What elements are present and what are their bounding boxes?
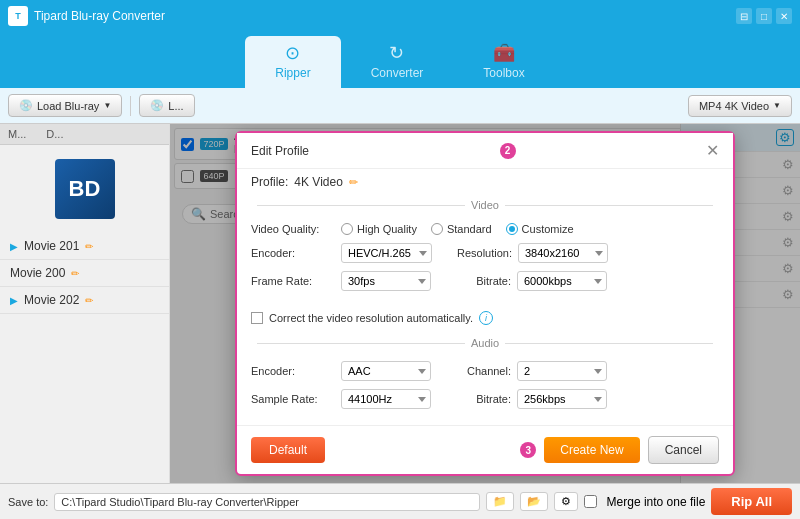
save-path-display: C:\Tipard Studio\Tipard Blu-ray Converte… [54, 493, 479, 511]
app-title: Tipard Blu-ray Converter [34, 9, 736, 23]
profile-line-label: Profile: [251, 175, 288, 189]
toolbar: 💿 Load Blu-ray ▼ 💿 L... MP4 4K Video ▼ [0, 88, 800, 124]
encoder-select[interactable]: HEVC/H.265 [341, 243, 432, 263]
framerate-select[interactable]: 30fps [341, 271, 431, 291]
modal-action-buttons: 3 Create New Cancel [520, 436, 719, 464]
modal-overlay: Edit Profile 2 ✕ Profile: 4K Video ✏ Vid… [170, 124, 800, 483]
rip-all-button[interactable]: Rip All [711, 488, 792, 515]
quality-high-radio[interactable] [341, 223, 353, 235]
edit-icon-202[interactable]: ✏ [85, 295, 93, 306]
ripper-icon: ⊙ [285, 42, 300, 64]
desc-tab[interactable]: D... [46, 128, 63, 140]
video-section-label: Video [471, 199, 499, 211]
right-panel: 720P 4K Video Correct Encoder: H.264 Res… [170, 124, 800, 483]
list-item[interactable]: ▶ Movie 201 ✏ [0, 233, 169, 260]
bitrate-select[interactable]: 6000kbps [517, 271, 607, 291]
auto-correct-checkbox[interactable] [251, 312, 263, 324]
tab-converter-label: Converter [371, 66, 424, 80]
channel-group: Channel: 2 [441, 361, 719, 381]
framerate-label: Frame Rate: [251, 275, 331, 287]
channel-label: Channel: [441, 365, 511, 377]
output-format-label: MP4 4K Video [699, 100, 769, 112]
auto-correct-row: Correct the video resolution automatical… [237, 307, 733, 333]
browse-folder-button[interactable]: 📁 [486, 492, 514, 511]
tab-toolbox-label: Toolbox [483, 66, 524, 80]
audio-bitrate-select[interactable]: 256kbps [517, 389, 607, 409]
edit-icon-200[interactable]: ✏ [71, 268, 79, 279]
framerate-bitrate-row: Frame Rate: 30fps Bitrate: 6000kbps [251, 271, 719, 291]
window-controls: ⊟ □ ✕ [736, 8, 792, 24]
merge-checkbox[interactable] [584, 495, 597, 508]
quality-customize-radio[interactable] [506, 223, 518, 235]
nav-tabs: ⊙ Ripper ↻ Converter 🧰 Toolbox [0, 32, 800, 88]
audio-section-divider: Audio [237, 333, 733, 353]
edit-icon-201[interactable]: ✏ [85, 241, 93, 252]
left-panel-header: M... D... [0, 124, 169, 145]
open-folder-button[interactable]: 📂 [520, 492, 548, 511]
audio-bitrate-label: Bitrate: [441, 393, 511, 405]
video-quality-row: Video Quality: High Quality Standard [251, 223, 719, 235]
maximize-button[interactable]: □ [756, 8, 772, 24]
tab-toolbox[interactable]: 🧰 Toolbox [453, 36, 554, 88]
bitrate-label: Bitrate: [441, 275, 511, 287]
main-content: M... D... BD ▶ Movie 201 ✏ Movie 200 ✏ ▶… [0, 124, 800, 483]
quality-customize-option[interactable]: Customize [506, 223, 574, 235]
quality-high-option[interactable]: High Quality [341, 223, 417, 235]
encoder-resolution-row: Encoder: HEVC/H.265 Resolution: 3840x216… [251, 243, 719, 263]
output-format-button[interactable]: MP4 4K Video ▼ [688, 95, 792, 117]
movie-201-label: Movie 201 [24, 239, 79, 253]
load-dropdown-arrow: ▼ [103, 101, 111, 110]
load-bluray-button[interactable]: 💿 Load Blu-ray ▼ [8, 94, 122, 117]
profile-line-value: 4K Video [294, 175, 343, 189]
default-button[interactable]: Default [251, 437, 325, 463]
bluray-icon: BD [69, 176, 101, 202]
video-quality-label: Video Quality: [251, 223, 331, 235]
modal-close-button[interactable]: ✕ [706, 141, 719, 160]
list-item[interactable]: ▶ Movie 202 ✏ [0, 287, 169, 314]
minimize-button[interactable]: ⊟ [736, 8, 752, 24]
bitrate-group: Bitrate: 6000kbps [441, 271, 719, 291]
info-icon[interactable]: i [479, 311, 493, 325]
sample-rate-label: Sample Rate: [251, 393, 331, 405]
modal-footer: Default 3 Create New Cancel [237, 425, 733, 474]
quality-customize-label: Customize [522, 223, 574, 235]
encoder-label: Encoder: [251, 247, 331, 259]
sample-rate-select[interactable]: 44100Hz [341, 389, 431, 409]
left-panel: M... D... BD ▶ Movie 201 ✏ Movie 200 ✏ ▶… [0, 124, 170, 483]
modal-footer-badge-3: 3 [520, 442, 536, 458]
quality-standard-label: Standard [447, 223, 492, 235]
audio-encoder-label: Encoder: [251, 365, 331, 377]
movie-tab[interactable]: M... [8, 128, 26, 140]
create-new-button[interactable]: Create New [544, 437, 639, 463]
audio-form-section: Encoder: AAC Channel: 2 Samp [237, 353, 733, 425]
quality-radio-group: High Quality Standard Customize [341, 223, 574, 235]
tab-converter[interactable]: ↻ Converter [341, 36, 454, 88]
quality-standard-radio[interactable] [431, 223, 443, 235]
audio-section-label: Audio [471, 337, 499, 349]
movie-200-label: Movie 200 [10, 266, 65, 280]
load-disc-button[interactable]: 💿 L... [139, 94, 194, 117]
audio-encoder-row: Encoder: AAC Channel: 2 [251, 361, 719, 381]
channel-select[interactable]: 2 [517, 361, 607, 381]
tab-ripper[interactable]: ⊙ Ripper [245, 36, 340, 88]
output-dropdown-arrow: ▼ [773, 101, 781, 110]
video-section-divider: Video [237, 195, 733, 215]
settings-button[interactable]: ⚙ [554, 492, 578, 511]
load-bluray-label: Load Blu-ray [37, 100, 99, 112]
close-button[interactable]: ✕ [776, 8, 792, 24]
quality-standard-option[interactable]: Standard [431, 223, 492, 235]
app-logo: T [8, 6, 28, 26]
load-icon: 💿 [19, 99, 33, 112]
list-item[interactable]: Movie 200 ✏ [0, 260, 169, 287]
audio-bitrate-group: Bitrate: 256kbps [441, 389, 719, 409]
bottom-bar: Save to: C:\Tipard Studio\Tipard Blu-ray… [0, 483, 800, 519]
modal-title: Edit Profile [251, 144, 309, 158]
resolution-label: Resolution: [442, 247, 512, 259]
profile-line: Profile: 4K Video ✏ [237, 169, 733, 195]
resolution-select[interactable]: 3840x2160 [518, 243, 608, 263]
bluray-thumbnail: BD [55, 159, 115, 219]
cancel-button[interactable]: Cancel [648, 436, 719, 464]
audio-encoder-select[interactable]: AAC [341, 361, 431, 381]
modal-badge-2: 2 [500, 143, 516, 159]
profile-edit-icon[interactable]: ✏ [349, 176, 358, 189]
